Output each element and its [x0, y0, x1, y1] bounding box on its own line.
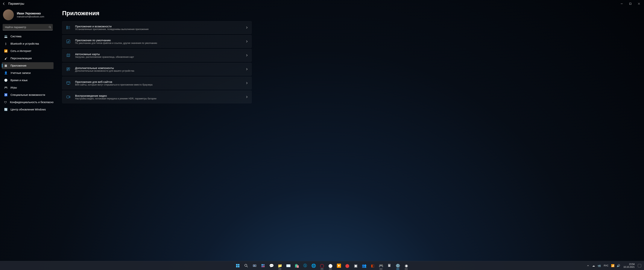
svg-rect-32: [263, 266, 264, 267]
maximize-button[interactable]: [626, 1, 635, 7]
sidebar-item-accounts[interactable]: 👤Учетные записи: [2, 70, 54, 76]
meet-now-icon[interactable]: 📹: [597, 261, 602, 270]
tb-mail[interactable]: ✉️: [284, 262, 292, 270]
svg-point-25: [245, 264, 247, 266]
svg-rect-28: [255, 265, 256, 267]
tb-app2[interactable]: ▣: [352, 262, 360, 270]
system-icon: 💻: [4, 35, 8, 38]
taskbar-search[interactable]: [242, 262, 250, 270]
onedrive-icon[interactable]: ☁: [591, 261, 596, 270]
chevron-right-icon: [246, 54, 248, 57]
clock-date: 10.10.2021: [624, 266, 635, 268]
card-desc: Установленные приложения, псевдонимы вып…: [75, 28, 148, 31]
avatar: [3, 9, 14, 20]
office-icon: ◧: [371, 263, 374, 268]
tb-app1[interactable]: ⬤: [343, 262, 351, 270]
widgets[interactable]: [259, 262, 267, 270]
steam-icon: ⬤: [328, 263, 332, 268]
sidebar-item-privacy[interactable]: 🛡Конфиденциальность и безопасность: [2, 99, 54, 105]
maps-icon: [66, 53, 70, 58]
accessibility-icon: ♿: [4, 93, 8, 97]
window-title: Параметры: [8, 2, 24, 6]
accounts-icon: 👤: [4, 71, 8, 75]
settings-card[interactable]: Приложения для веб-сайтовВеб-сайты, кото…: [62, 77, 252, 89]
network-tray-icon[interactable]: 📶: [610, 261, 616, 270]
search-icon: [244, 264, 248, 267]
settings-card[interactable]: Приложения и возможностиУстановленные пр…: [62, 21, 252, 34]
tb-opera[interactable]: ◯: [318, 262, 326, 270]
sidebar-item-update[interactable]: 🔄Центр обновления Windows: [2, 106, 54, 113]
tb-teams[interactable]: 👥: [360, 262, 368, 270]
sidebar-item-network[interactable]: 📶Сеть и Интернет: [2, 48, 54, 54]
sidebar-item-time[interactable]: 🕓Время и язык: [2, 77, 54, 84]
sidebar-item-label: Центр обновления Windows: [10, 108, 46, 111]
search-input[interactable]: [2, 24, 53, 30]
language-indicator[interactable]: РУС: [602, 264, 610, 267]
tb-calc[interactable]: 🖩: [386, 262, 393, 270]
sidebar-item-personalization[interactable]: 🖌Персонализация: [2, 55, 54, 62]
svg-rect-18: [67, 82, 70, 84]
calc-icon: 🖩: [388, 263, 391, 268]
svg-rect-15: [67, 69, 68, 71]
tb-edge[interactable]: 🌐: [310, 262, 318, 270]
sidebar-item-label: Сеть и Интернет: [10, 50, 32, 53]
titlebar: Параметры: [0, 0, 644, 8]
minimize-button[interactable]: [618, 1, 626, 7]
chat[interactable]: 💬: [268, 262, 276, 270]
sidebar-item-system[interactable]: 💻Система: [2, 33, 54, 40]
svg-rect-27: [253, 265, 254, 267]
sidebar-item-accessibility[interactable]: ♿Специальные возможности: [2, 91, 54, 98]
start-button[interactable]: [234, 262, 242, 270]
edge-icon: 🌐: [311, 263, 316, 268]
sidebar-item-gaming[interactable]: 🎮Игры: [2, 84, 54, 91]
tb-obs[interactable]: ◉: [402, 262, 410, 270]
svg-rect-1: [630, 3, 631, 5]
obs-icon: ◉: [405, 263, 408, 268]
svg-line-26: [247, 266, 248, 267]
settings-card[interactable]: Автономные картыЗагрузки, расположение х…: [62, 49, 252, 62]
tb-explorer[interactable]: 📁: [276, 262, 284, 270]
settings-card[interactable]: Воспроизведение видеоНастройка видео, по…: [62, 91, 252, 103]
clock-time: 23:54: [629, 263, 635, 265]
volume-tray-icon[interactable]: 🔊: [616, 261, 621, 270]
teams-icon: 👥: [362, 263, 366, 268]
settings-list: Приложения и возможностиУстановленные пр…: [62, 21, 252, 103]
card-title: Воспроизведение видео: [75, 94, 156, 97]
websites-icon: [66, 81, 70, 85]
svg-rect-23: [236, 266, 238, 267]
sidebar-item-label: Время и язык: [10, 79, 28, 82]
tb-settings[interactable]: ⚙️: [394, 262, 402, 270]
sidebar-item-bluetooth[interactable]: ᛒBluetooth и устройства: [2, 40, 54, 47]
svg-point-2: [49, 26, 51, 28]
account-block[interactable]: Иван Укроженко ivanukrozh@outlook.com: [2, 8, 54, 24]
close-button[interactable]: [635, 1, 643, 7]
card-desc: Дополнительные возможности для вашего ус…: [75, 70, 134, 72]
card-title: Дополнительные компоненты: [75, 66, 134, 70]
svg-rect-22: [238, 264, 240, 265]
notifications-button[interactable]: [637, 261, 642, 270]
tb-epic[interactable]: ▶️: [335, 262, 343, 270]
tb-store[interactable]: 🛍️: [293, 262, 301, 270]
app-icon: ▣: [354, 263, 358, 268]
back-button[interactable]: [1, 1, 7, 7]
tb-steam[interactable]: ⬤: [326, 262, 334, 270]
tb-discord[interactable]: 🎮: [377, 262, 385, 270]
clock[interactable]: 23:54 10.10.2021: [622, 263, 636, 268]
svg-rect-4: [67, 26, 68, 27]
svg-rect-8: [67, 28, 68, 29]
task-view[interactable]: [251, 262, 258, 270]
components-icon: [66, 67, 70, 71]
svg-rect-21: [236, 264, 238, 265]
chat-icon: 💬: [269, 263, 274, 268]
app-icon: ⬤: [345, 263, 349, 268]
skype-icon: Ⓢ: [303, 263, 307, 268]
card-desc: Веб-сайты, которые могут открываться в п…: [75, 83, 152, 86]
tb-skype[interactable]: Ⓢ: [301, 262, 309, 270]
sidebar-item-apps[interactable]: ▦Приложения: [2, 62, 54, 69]
settings-card[interactable]: Приложения по умолчаниюПо умолчанию для …: [62, 35, 252, 48]
tb-office[interactable]: ◧: [368, 262, 376, 270]
tray-chevron[interactable]: [586, 261, 591, 270]
taskbar-center: 💬 📁 ✉️ 🛍️ Ⓢ 🌐 ◯ ⬤ ▶️ ⬤ ▣ 👥 ◧ 🎮 🖩 ⚙️ ◉: [234, 262, 410, 270]
settings-card[interactable]: Дополнительные компонентыДополнительные …: [62, 63, 252, 76]
card-title: Приложения по умолчанию: [75, 39, 157, 42]
